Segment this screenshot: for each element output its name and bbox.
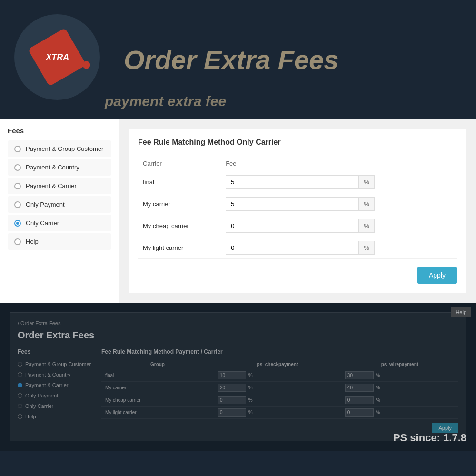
bottom-inner: Help / Order Extra Fees Order Extra Fees…: [10, 312, 466, 441]
fee-carrier-cell: My carrier: [138, 193, 221, 215]
fee-unit: %: [359, 175, 375, 189]
bottom-check-cell: %: [214, 382, 341, 394]
col-header-carrier: Carrier: [138, 156, 221, 171]
bottom-sidebar-item-5[interactable]: Help: [18, 411, 94, 422]
bottom-check-input[interactable]: [218, 396, 246, 404]
bottom-wire-input[interactable]: [345, 384, 374, 392]
fee-input-group: %: [226, 219, 452, 233]
bottom-check-unit: %: [248, 385, 253, 390]
bottom-layout: Fees Payment & Group CustomerPayment & C…: [18, 348, 458, 433]
sidebar-item-only-carrier[interactable]: Only Carrier: [8, 215, 111, 231]
bottom-check-input[interactable]: [218, 384, 246, 392]
bottom-sidebar-item-4[interactable]: Only Carrier: [18, 401, 94, 411]
bottom-breadcrumb: / Order Extra Fees: [18, 320, 458, 326]
fee-carrier-cell: final: [138, 171, 221, 193]
hero-banner: XTRA Order Extra Fees payment extra fee: [0, 0, 476, 119]
sidebar-label-help: Help: [26, 238, 39, 245]
bottom-group-cell: My carrier: [101, 382, 214, 394]
bottom-table-row: final % %: [101, 369, 458, 382]
sidebar-item-help[interactable]: Help: [8, 233, 111, 250]
content-area: Fee Rule Matching Method Only Carrier Ca…: [119, 119, 476, 303]
sidebar-label-only-carrier: Only Carrier: [26, 219, 59, 227]
bottom-check-unit: %: [248, 397, 253, 403]
radio-payment-carrier: [14, 183, 21, 189]
bottom-table-row: My cheap carrier % %: [101, 394, 458, 407]
radio-only-payment: [14, 201, 21, 208]
bottom-wire-input[interactable]: [345, 396, 374, 404]
sidebar-item-payment-carrier[interactable]: Payment & Carrier: [8, 178, 111, 194]
bottom-wire-input[interactable]: [345, 408, 374, 416]
bottom-wire-unit: %: [376, 410, 380, 415]
bottom-check-input[interactable]: [218, 371, 246, 379]
sidebar: Fees Payment & Group Customer Payment & …: [0, 119, 119, 303]
main-panel: Fees Payment & Group Customer Payment & …: [0, 119, 476, 303]
apply-btn-row: Apply: [138, 267, 457, 284]
bottom-sidebar-item-2[interactable]: Payment & Carrier: [18, 380, 94, 390]
fee-carrier-cell: My cheap carrier: [138, 215, 221, 237]
bottom-radio-1: [18, 372, 22, 377]
bottom-wire-cell: %: [341, 394, 458, 407]
bottom-sidebar-item-1[interactable]: Payment & Country: [18, 369, 94, 380]
apply-button[interactable]: Apply: [417, 267, 457, 284]
fee-unit: %: [359, 219, 375, 233]
bottom-check-cell: %: [214, 394, 341, 407]
bottom-radio-3: [18, 393, 22, 398]
bottom-wire-cell: %: [341, 369, 458, 382]
bottom-help-button[interactable]: Help: [451, 307, 471, 317]
bottom-table-row: My light carrier % %: [101, 407, 458, 419]
fee-table-row: My cheap carrier %: [138, 215, 457, 237]
radio-payment-country: [14, 164, 21, 171]
fee-table: Carrier Fee final % My carrier % My chea…: [138, 156, 457, 259]
fee-input[interactable]: [226, 241, 359, 255]
bottom-check-cell: %: [214, 369, 341, 382]
bottom-sidebar: Fees Payment & Group CustomerPayment & C…: [18, 348, 94, 433]
bottom-sidebar-label-3: Only Payment: [25, 393, 58, 398]
fee-input-group: %: [226, 197, 452, 211]
bottom-wire-unit: %: [376, 397, 380, 403]
bottom-wire-cell: %: [341, 407, 458, 419]
sidebar-item-only-payment[interactable]: Only Payment: [8, 196, 111, 213]
col-header-fee: Fee: [221, 156, 457, 171]
fee-cell: %: [221, 193, 457, 215]
bottom-radio-5: [18, 414, 22, 419]
fee-unit: %: [359, 241, 375, 255]
fee-table-row: My light carrier %: [138, 237, 457, 259]
bottom-group-cell: final: [101, 369, 214, 382]
bottom-col-group: Group: [101, 360, 214, 369]
bottom-check-input[interactable]: [218, 408, 246, 416]
bottom-check-cell: %: [214, 407, 341, 419]
sidebar-item-payment-country[interactable]: Payment & Country: [8, 159, 111, 176]
hero-title: Order Extra Fees: [124, 44, 338, 75]
bottom-sidebar-item-0[interactable]: Payment & Group Customer: [18, 359, 94, 369]
radio-only-carrier: [14, 220, 21, 227]
bottom-sidebar-label-5: Help: [25, 414, 36, 419]
bottom-sidebar-item-3[interactable]: Only Payment: [18, 390, 94, 401]
hero-tag: XTRA: [28, 28, 87, 87]
fee-input[interactable]: [226, 197, 359, 211]
bottom-wire-cell: %: [341, 382, 458, 394]
bottom-sidebar-label-1: Payment & Country: [25, 372, 70, 377]
bottom-fee-table: Group ps_checkpayment ps_wirepayment fin…: [101, 360, 458, 419]
fee-input[interactable]: [226, 219, 359, 233]
bottom-area: Help / Order Extra Fees Order Extra Fees…: [0, 303, 476, 451]
panel-title: Fee Rule Matching Method Only Carrier: [138, 138, 457, 147]
bottom-group-cell: My cheap carrier: [101, 394, 214, 407]
fee-table-row: My carrier %: [138, 193, 457, 215]
fee-cell: %: [221, 215, 457, 237]
fee-input[interactable]: [226, 175, 359, 189]
bottom-wire-unit: %: [376, 385, 380, 390]
sidebar-label-only-payment: Only Payment: [26, 201, 65, 208]
bottom-col-check: ps_checkpayment: [214, 360, 341, 369]
radio-help: [14, 238, 21, 245]
content-panel: Fee Rule Matching Method Only Carrier Ca…: [129, 129, 466, 293]
fee-unit: %: [359, 197, 375, 211]
bottom-wire-input[interactable]: [345, 371, 374, 379]
sidebar-label-payment-group-customer: Payment & Group Customer: [26, 145, 103, 152]
sidebar-label-payment-country: Payment & Country: [26, 164, 79, 171]
fee-input-group: %: [226, 241, 452, 255]
bottom-radio-0: [18, 362, 22, 367]
fee-cell: %: [221, 171, 457, 193]
sidebar-item-payment-group-customer[interactable]: Payment & Group Customer: [8, 140, 111, 157]
sidebar-title: Fees: [8, 127, 111, 135]
radio-payment-group-customer: [14, 146, 21, 152]
